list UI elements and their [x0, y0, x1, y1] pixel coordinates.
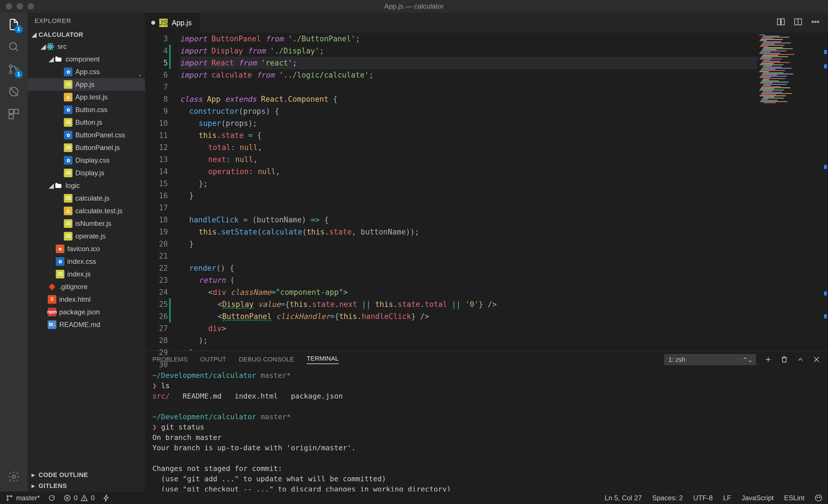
window-controls	[0, 3, 34, 9]
chevron-right-icon: ▸	[32, 471, 37, 479]
tree-file-favicon-ico[interactable]: ★favicon.ico	[28, 242, 145, 255]
tree-file-operate-js[interactable]: JSoperate.js	[28, 230, 145, 242]
window-title: App.js — calculator	[384, 2, 444, 10]
status-sync[interactable]	[48, 494, 55, 502]
status-problems[interactable]: 0 0	[64, 494, 95, 502]
tree-file-index-js[interactable]: JSindex.js	[28, 268, 145, 280]
svg-rect-8	[14, 109, 19, 114]
terminal-select[interactable]: 1: zsh	[664, 354, 756, 365]
tab-app-js[interactable]: JS App.js	[145, 13, 200, 33]
activity-bar: 1 1	[0, 13, 28, 491]
tree-file-buttonpanel-css[interactable]: ✿ButtonPanel.css	[28, 129, 145, 141]
settings-icon[interactable]	[7, 469, 21, 484]
terminal-content[interactable]: ~/Development/calculator master* ❯ ls sr…	[145, 368, 828, 491]
tree-folder-src[interactable]: ◢src	[28, 40, 145, 53]
svg-point-27	[7, 499, 8, 501]
tree-file-index-css[interactable]: ✿index.css	[28, 255, 145, 268]
tree-file-package-json[interactable]: npmpackage.json	[28, 306, 145, 318]
tree-file-calculate-test-js[interactable]: ⚠calculate.test.js	[28, 204, 145, 217]
zoom-window-icon[interactable]	[28, 3, 34, 9]
fold-caret-icon[interactable]: ▸	[138, 69, 142, 81]
tree-file-readme-md[interactable]: M↓README.md	[28, 318, 145, 331]
tree-file-display-css[interactable]: ✿Display.css	[28, 154, 145, 167]
md-file-icon: M↓	[48, 320, 56, 329]
project-name: CALCULATOR	[39, 31, 83, 39]
js-file-icon: JS	[64, 118, 73, 127]
chevron-down-icon: ◢	[48, 182, 54, 190]
svg-point-10	[12, 475, 15, 478]
new-terminal-icon[interactable]	[764, 356, 772, 364]
react-folder-icon	[46, 42, 55, 51]
close-window-icon[interactable]	[6, 3, 12, 9]
minimap[interactable]	[757, 33, 821, 351]
compare-changes-icon[interactable]	[776, 17, 785, 28]
tree-item-label: Display.js	[75, 169, 105, 177]
tree-file--gitignore[interactable]: .gitignore	[28, 280, 145, 293]
tree-file-calculate-js[interactable]: JScalculate.js	[28, 192, 145, 204]
minimize-window-icon[interactable]	[17, 3, 23, 9]
git-branch-icon	[6, 494, 13, 502]
js-file-icon: JS	[64, 194, 73, 202]
extensions-icon[interactable]	[7, 107, 21, 121]
maximize-panel-icon[interactable]	[796, 356, 804, 364]
close-panel-icon[interactable]	[813, 356, 821, 364]
status-eol[interactable]: LF	[723, 494, 731, 502]
panel-tab-output[interactable]: OUTPUT	[200, 356, 226, 363]
tree-item-label: isNumber.js	[75, 220, 111, 228]
tree-item-label: App.css	[75, 68, 100, 76]
status-language[interactable]: JavaScript	[741, 494, 774, 502]
kill-terminal-icon[interactable]	[780, 356, 788, 364]
feedback-icon[interactable]	[815, 494, 822, 502]
css-file-icon: ✿	[56, 257, 65, 266]
tree-file-app-css[interactable]: ✿App.css	[28, 65, 145, 78]
status-branch[interactable]: master*	[6, 494, 40, 502]
split-editor-icon[interactable]	[793, 17, 803, 28]
tree-item-label: ButtonPanel.css	[75, 131, 125, 139]
tree-item-label: Display.css	[75, 156, 110, 164]
css-file-icon: ✿	[64, 105, 73, 114]
tree-item-label: App.js	[75, 81, 94, 89]
code-content[interactable]: import ButtonPanel from './ButtonPanel';…	[176, 33, 757, 351]
explorer-icon[interactable]: 1	[7, 17, 21, 32]
git-file-icon	[48, 282, 56, 291]
search-icon[interactable]	[7, 40, 21, 54]
sidebar-title: EXPLORER	[28, 13, 145, 29]
tree-file-button-js[interactable]: JSButton.js	[28, 116, 145, 129]
sync-icon	[48, 494, 55, 502]
overview-ruler[interactable]	[821, 33, 828, 351]
tree-file-isnumber-js[interactable]: JSisNumber.js	[28, 217, 145, 230]
more-actions-icon[interactable]	[811, 17, 820, 28]
status-cursor[interactable]: Ln 5, Col 27	[605, 494, 642, 502]
tree-file-index-html[interactable]: 5index.html	[28, 293, 145, 306]
tree-file-app-js[interactable]: JSApp.js	[28, 78, 145, 91]
svg-point-36	[819, 497, 820, 498]
js-file-icon: JS	[159, 19, 168, 27]
tree-folder-logic[interactable]: ◢logic	[28, 179, 145, 192]
gitlens-header[interactable]: ▸ GITLENS	[28, 480, 145, 491]
debug-icon[interactable]	[7, 85, 21, 99]
tree-file-button-css[interactable]: ✿Button.css	[28, 103, 145, 116]
svg-point-35	[817, 497, 818, 498]
tree-file-app-test-js[interactable]: ⚠App.test.js	[28, 91, 145, 103]
terminal-selector[interactable]: 1: zsh ⌃⌄	[664, 354, 756, 365]
svg-line-1	[15, 49, 18, 51]
project-section-header[interactable]: ◢ CALCULATOR	[28, 29, 145, 40]
html-file-icon: 5	[48, 295, 56, 304]
source-control-icon[interactable]: 1	[7, 62, 21, 77]
status-encoding[interactable]: UTF-8	[693, 494, 713, 502]
code-outline-header[interactable]: ▸ CODE OUTLINE	[28, 469, 145, 480]
editor-area[interactable]: 3456▸78910111213141516171819202122232425…	[145, 33, 828, 351]
status-indent[interactable]: Spaces: 2	[652, 494, 683, 502]
js-file-icon: JS	[64, 169, 73, 177]
tree-file-display-js[interactable]: JSDisplay.js	[28, 167, 145, 179]
tree-file-buttonpanel-js[interactable]: JSButtonPanel.js	[28, 141, 145, 154]
warning-icon	[81, 494, 88, 502]
npm-file-icon: npm	[48, 308, 56, 316]
status-live-icon[interactable]	[102, 494, 110, 502]
status-bar: master* 0 0 Ln 5, Col 27 Spaces: 2 UTF-8…	[0, 491, 828, 504]
panel-tab-terminal[interactable]: TERMINAL	[307, 355, 339, 364]
panel-tab-debug[interactable]: DEBUG CONSOLE	[239, 356, 294, 363]
tree-item-label: Button.js	[75, 119, 102, 127]
status-eslint[interactable]: ESLint	[784, 494, 804, 502]
tree-folder-component[interactable]: ◢component	[28, 53, 145, 65]
